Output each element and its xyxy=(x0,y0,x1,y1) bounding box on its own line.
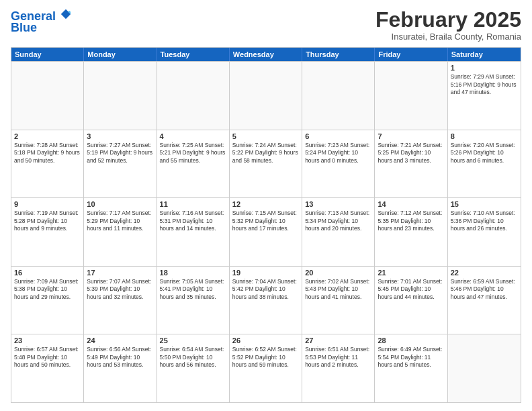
day-number: 28 xyxy=(378,336,444,345)
day-header-saturday: Saturday xyxy=(448,48,521,61)
day-info: Sunrise: 6:49 AM Sunset: 5:54 PM Dayligh… xyxy=(378,346,444,369)
day-info: Sunrise: 7:16 AM Sunset: 5:31 PM Dayligh… xyxy=(160,210,226,232)
calendar-cell xyxy=(84,62,157,130)
calendar-row-3: 16Sunrise: 7:09 AM Sunset: 5:38 PM Dayli… xyxy=(11,266,521,334)
day-number: 16 xyxy=(14,269,81,277)
logo-icon xyxy=(60,8,72,20)
calendar-cell: 18Sunrise: 7:05 AM Sunset: 5:41 PM Dayli… xyxy=(157,267,230,334)
calendar-header: SundayMondayTuesdayWednesdayThursdayFrid… xyxy=(11,48,521,61)
day-info: Sunrise: 6:56 AM Sunset: 5:49 PM Dayligh… xyxy=(87,346,153,369)
day-info: Sunrise: 7:04 AM Sunset: 5:42 PM Dayligh… xyxy=(232,278,299,301)
calendar-cell: 1Sunrise: 7:29 AM Sunset: 5:16 PM Daylig… xyxy=(448,62,521,130)
calendar-cell: 21Sunrise: 7:01 AM Sunset: 5:45 PM Dayli… xyxy=(375,267,447,334)
day-number: 23 xyxy=(14,336,81,345)
calendar-cell: 8Sunrise: 7:20 AM Sunset: 5:26 PM Daylig… xyxy=(448,130,521,198)
day-number: 13 xyxy=(305,200,371,208)
title-block: February 2025 Insuratei, Braila County, … xyxy=(375,8,521,42)
day-info: Sunrise: 7:13 AM Sunset: 5:34 PM Dayligh… xyxy=(305,210,371,232)
day-number: 1 xyxy=(451,64,518,72)
day-number: 4 xyxy=(160,132,226,140)
calendar-cell: 22Sunrise: 6:59 AM Sunset: 5:46 PM Dayli… xyxy=(448,267,521,334)
day-info: Sunrise: 6:51 AM Sunset: 5:53 PM Dayligh… xyxy=(305,346,371,369)
day-number: 6 xyxy=(305,132,371,140)
day-info: Sunrise: 6:57 AM Sunset: 5:48 PM Dayligh… xyxy=(14,346,81,369)
day-number: 7 xyxy=(378,132,444,140)
calendar-cell: 20Sunrise: 7:02 AM Sunset: 5:43 PM Dayli… xyxy=(302,267,375,334)
day-info: Sunrise: 7:28 AM Sunset: 5:18 PM Dayligh… xyxy=(14,142,81,165)
calendar-row-2: 9Sunrise: 7:19 AM Sunset: 5:28 PM Daylig… xyxy=(11,197,521,266)
day-number: 15 xyxy=(451,200,518,208)
calendar-cell xyxy=(302,62,375,130)
day-number: 3 xyxy=(87,132,153,140)
day-info: Sunrise: 7:12 AM Sunset: 5:35 PM Dayligh… xyxy=(378,210,444,232)
calendar-row-1: 2Sunrise: 7:28 AM Sunset: 5:18 PM Daylig… xyxy=(11,130,521,198)
day-number: 18 xyxy=(160,269,226,277)
day-number: 10 xyxy=(87,200,153,208)
day-info: Sunrise: 7:10 AM Sunset: 5:36 PM Dayligh… xyxy=(451,210,518,232)
calendar-cell: 14Sunrise: 7:12 AM Sunset: 5:35 PM Dayli… xyxy=(375,198,447,266)
day-info: Sunrise: 7:01 AM Sunset: 5:45 PM Dayligh… xyxy=(378,278,444,301)
day-info: Sunrise: 7:27 AM Sunset: 5:19 PM Dayligh… xyxy=(87,142,153,165)
month-title: February 2025 xyxy=(375,8,521,32)
calendar-cell: 15Sunrise: 7:10 AM Sunset: 5:36 PM Dayli… xyxy=(448,198,521,266)
day-number: 9 xyxy=(14,200,81,208)
calendar-row-0: 1Sunrise: 7:29 AM Sunset: 5:16 PM Daylig… xyxy=(11,61,521,130)
location-subtitle: Insuratei, Braila County, Romania xyxy=(375,32,521,42)
day-info: Sunrise: 7:15 AM Sunset: 5:32 PM Dayligh… xyxy=(232,210,299,232)
calendar-cell: 17Sunrise: 7:07 AM Sunset: 5:39 PM Dayli… xyxy=(84,267,157,334)
day-info: Sunrise: 7:29 AM Sunset: 5:16 PM Dayligh… xyxy=(451,73,518,96)
calendar-cell: 5Sunrise: 7:24 AM Sunset: 5:22 PM Daylig… xyxy=(230,130,302,198)
day-number: 11 xyxy=(160,200,226,208)
day-number: 26 xyxy=(232,336,299,345)
calendar: SundayMondayTuesdayWednesdayThursdayFrid… xyxy=(11,47,521,403)
day-info: Sunrise: 7:21 AM Sunset: 5:25 PM Dayligh… xyxy=(378,142,444,165)
day-info: Sunrise: 7:24 AM Sunset: 5:22 PM Dayligh… xyxy=(232,142,299,165)
calendar-cell: 7Sunrise: 7:21 AM Sunset: 5:25 PM Daylig… xyxy=(375,130,447,198)
day-info: Sunrise: 7:09 AM Sunset: 5:38 PM Dayligh… xyxy=(14,278,81,301)
day-info: Sunrise: 7:02 AM Sunset: 5:43 PM Dayligh… xyxy=(305,278,371,301)
calendar-cell: 6Sunrise: 7:23 AM Sunset: 5:24 PM Daylig… xyxy=(302,130,375,198)
calendar-cell: 2Sunrise: 7:28 AM Sunset: 5:18 PM Daylig… xyxy=(11,130,84,198)
day-number: 27 xyxy=(305,336,371,345)
day-info: Sunrise: 7:19 AM Sunset: 5:28 PM Dayligh… xyxy=(14,210,81,232)
day-number: 24 xyxy=(87,336,153,345)
day-number: 5 xyxy=(232,132,299,140)
calendar-cell: 9Sunrise: 7:19 AM Sunset: 5:28 PM Daylig… xyxy=(11,198,84,266)
day-number: 21 xyxy=(378,269,444,277)
calendar-cell: 19Sunrise: 7:04 AM Sunset: 5:42 PM Dayli… xyxy=(230,267,302,334)
day-number: 22 xyxy=(451,269,518,277)
day-info: Sunrise: 7:17 AM Sunset: 5:29 PM Dayligh… xyxy=(87,210,153,232)
day-header-sunday: Sunday xyxy=(11,48,84,61)
day-number: 2 xyxy=(14,132,81,140)
day-number: 19 xyxy=(232,269,299,277)
day-number: 17 xyxy=(87,269,153,277)
day-info: Sunrise: 7:23 AM Sunset: 5:24 PM Dayligh… xyxy=(305,142,371,165)
day-header-monday: Monday xyxy=(84,48,157,61)
day-number: 12 xyxy=(232,200,299,208)
calendar-cell: 24Sunrise: 6:56 AM Sunset: 5:49 PM Dayli… xyxy=(84,334,157,402)
calendar-cell xyxy=(157,62,230,130)
day-info: Sunrise: 6:59 AM Sunset: 5:46 PM Dayligh… xyxy=(451,278,518,301)
calendar-cell: 26Sunrise: 6:52 AM Sunset: 5:52 PM Dayli… xyxy=(230,334,302,402)
calendar-cell xyxy=(230,62,302,130)
calendar-body: 1Sunrise: 7:29 AM Sunset: 5:16 PM Daylig… xyxy=(11,61,521,402)
calendar-cell: 13Sunrise: 7:13 AM Sunset: 5:34 PM Dayli… xyxy=(302,198,375,266)
calendar-cell: 4Sunrise: 7:25 AM Sunset: 5:21 PM Daylig… xyxy=(157,130,230,198)
calendar-cell: 12Sunrise: 7:15 AM Sunset: 5:32 PM Dayli… xyxy=(230,198,302,266)
logo: General Blue xyxy=(11,8,72,35)
day-number: 8 xyxy=(451,132,518,140)
day-header-friday: Friday xyxy=(375,48,447,61)
calendar-cell: 16Sunrise: 7:09 AM Sunset: 5:38 PM Dayli… xyxy=(11,267,84,334)
calendar-cell: 10Sunrise: 7:17 AM Sunset: 5:29 PM Dayli… xyxy=(84,198,157,266)
day-info: Sunrise: 7:05 AM Sunset: 5:41 PM Dayligh… xyxy=(160,278,226,301)
day-info: Sunrise: 7:07 AM Sunset: 5:39 PM Dayligh… xyxy=(87,278,153,301)
calendar-cell: 3Sunrise: 7:27 AM Sunset: 5:19 PM Daylig… xyxy=(84,130,157,198)
day-header-wednesday: Wednesday xyxy=(230,48,302,61)
day-header-thursday: Thursday xyxy=(302,48,375,61)
calendar-cell: 11Sunrise: 7:16 AM Sunset: 5:31 PM Dayli… xyxy=(157,198,230,266)
calendar-row-4: 23Sunrise: 6:57 AM Sunset: 5:48 PM Dayli… xyxy=(11,334,521,402)
page-header: General Blue February 2025 Insuratei, Br… xyxy=(11,8,521,42)
calendar-cell xyxy=(375,62,447,130)
day-info: Sunrise: 6:54 AM Sunset: 5:50 PM Dayligh… xyxy=(160,346,226,369)
day-number: 25 xyxy=(160,336,226,345)
